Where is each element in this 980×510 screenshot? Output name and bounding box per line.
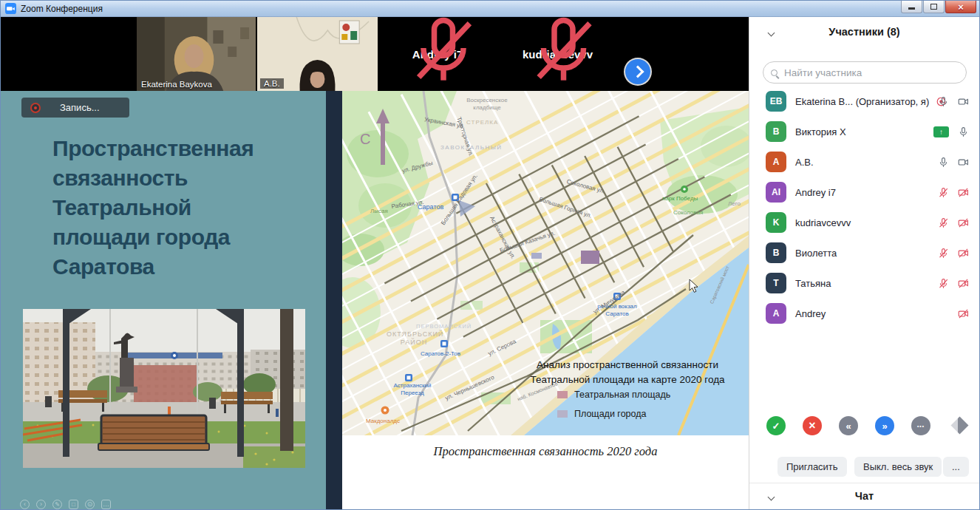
- video-tile-name: А.В.: [260, 78, 284, 89]
- map-label: Лего: [728, 200, 741, 207]
- eraser-icon[interactable]: [950, 416, 968, 434]
- participant-row[interactable]: B Виолетта: [749, 238, 979, 268]
- participant-row[interactable]: EB Ekaterina B... (Организатор, я): [749, 86, 979, 117]
- map-label: СТРЕЛКА: [466, 119, 498, 126]
- mic-icon[interactable]: [938, 157, 949, 168]
- search-input[interactable]: [783, 67, 959, 79]
- feedback-slower-button[interactable]: [839, 416, 858, 435]
- participants-panel: Участники (8) EB Ekaterina B... (Организ…: [749, 17, 979, 510]
- participant-name: А.В.: [795, 157, 814, 168]
- slide-controls: [20, 500, 111, 509]
- participant-name: Татьяна: [795, 278, 831, 289]
- feedback-faster-button[interactable]: [875, 416, 894, 435]
- camera-icon[interactable]: [958, 96, 969, 107]
- camera-icon[interactable]: [958, 157, 969, 168]
- participant-name: Andrey i7: [795, 187, 836, 198]
- more-options-button[interactable]: ...: [943, 457, 969, 477]
- mic-off-icon[interactable]: [938, 187, 949, 198]
- camera-off-icon[interactable]: [958, 217, 969, 228]
- more-icon[interactable]: [101, 500, 111, 509]
- participants-title: Участники (8): [749, 26, 979, 38]
- search-icon: [771, 69, 777, 76]
- maximize-button[interactable]: [923, 1, 945, 13]
- minimize-button[interactable]: [901, 1, 922, 13]
- feedback-yes-button[interactable]: [766, 416, 786, 435]
- video-tile-av[interactable]: А.В.: [256, 17, 378, 91]
- next-videos-button[interactable]: [625, 59, 650, 84]
- participant-name: Виолетта: [795, 248, 837, 259]
- annotation-line2: Театральной площади на карте 2020 года: [518, 373, 737, 387]
- avatar: B: [766, 242, 786, 263]
- chat-title: Чат: [749, 490, 979, 502]
- video-tile-ekaterina[interactable]: Ekaterina Baykova: [136, 17, 256, 91]
- video-tile-name: Ekaterina Baykova: [141, 80, 212, 89]
- prev-slide-button[interactable]: [20, 500, 30, 509]
- video-tile-kudriavcevvv[interactable]: kudriavcevvv: [497, 17, 618, 91]
- shared-screen: Запись... Пространственная связанность Т…: [1, 91, 749, 510]
- participant-row[interactable]: A Andrey: [749, 299, 979, 329]
- mute-all-button[interactable]: Выкл. весь звук: [854, 457, 942, 477]
- map-label: Соколовая: [673, 209, 703, 216]
- screen-share-icon: [933, 126, 949, 137]
- zoom-icon[interactable]: [85, 500, 95, 509]
- avatar: AI: [766, 182, 786, 203]
- recording-label: Запись...: [60, 102, 100, 113]
- feedback-more-button[interactable]: [911, 416, 930, 435]
- participant-row[interactable]: B Виктория Х: [749, 117, 979, 147]
- participant-row[interactable]: T Татьяна: [749, 268, 979, 299]
- mic-off-icon: [385, 17, 496, 86]
- legend-item: Площади города: [557, 409, 646, 419]
- mic-icon[interactable]: [958, 126, 969, 137]
- map-label: Саратов-2-Тов: [421, 350, 460, 357]
- participant-row[interactable]: AI Andrey i7: [749, 177, 979, 208]
- divider: [749, 483, 979, 483]
- mic-off-icon[interactable]: [938, 278, 949, 289]
- participant-row[interactable]: K kudriavcevvv: [749, 208, 979, 238]
- legend-swatch: [557, 391, 568, 398]
- participant-name: kudriavcevvv: [795, 217, 851, 228]
- record-icon: [30, 103, 41, 113]
- next-slide-button[interactable]: [36, 500, 46, 509]
- camera-off-icon[interactable]: [958, 278, 969, 289]
- map-label: Астраханский Переезд: [388, 382, 437, 396]
- mic-off-icon[interactable]: [938, 217, 949, 228]
- invite-button[interactable]: Пригласить: [777, 457, 847, 477]
- minimize-icon: [908, 7, 915, 10]
- copy-icon[interactable]: [69, 500, 78, 509]
- avatar: A: [766, 303, 786, 324]
- slide-title: Пространственная связанность Театральной…: [52, 134, 282, 282]
- mic-icon[interactable]: [938, 96, 949, 107]
- legend-label: Площади города: [574, 409, 646, 419]
- map-caption: Пространственная связанность 2020 года: [342, 444, 749, 459]
- avatar: A: [766, 152, 786, 172]
- map-label: ПЕРВОМАЙСКИЙ: [416, 323, 472, 330]
- maximize-icon: [930, 4, 937, 10]
- map-label: ОКТЯБРЬСКИЙ РАЙОН: [387, 330, 441, 347]
- legend-swatch: [557, 410, 568, 418]
- mic-off-icon[interactable]: [938, 248, 949, 259]
- mic-off-icon: [503, 17, 618, 86]
- video-tile-andrey-i7[interactable]: Andrey i7: [378, 17, 496, 91]
- camera-off-icon[interactable]: [958, 187, 969, 198]
- square-photo: [23, 309, 305, 468]
- participant-name: Ekaterina B... (Организатор, я): [795, 96, 929, 107]
- map-label: Макдоналдс: [366, 418, 400, 424]
- recording-badge[interactable]: Запись...: [21, 98, 129, 118]
- feedback-no-button[interactable]: [803, 416, 822, 435]
- annotate-icon[interactable]: [52, 500, 62, 509]
- participant-row[interactable]: A А.В.: [749, 147, 979, 177]
- compass-north-label: С: [360, 131, 370, 148]
- annotation-line1: Анализ пространственной связанности: [518, 358, 737, 373]
- map-area: С Воскресенское кладбище СТРЕЛКА ЗАВОКЗА…: [342, 91, 749, 510]
- map-label: Лысая: [370, 208, 388, 214]
- titlebar: Zoom Конференция ×: [1, 1, 979, 17]
- camera-off-icon[interactable]: [958, 248, 969, 259]
- close-button[interactable]: ×: [945, 1, 976, 13]
- avatar: B: [766, 121, 786, 142]
- zoom-app-icon: [5, 3, 16, 14]
- avatar: EB: [766, 91, 786, 112]
- camera-off-icon[interactable]: [958, 308, 969, 319]
- close-icon: ×: [958, 2, 964, 12]
- avatar: T: [766, 273, 786, 293]
- participant-search[interactable]: [763, 61, 967, 84]
